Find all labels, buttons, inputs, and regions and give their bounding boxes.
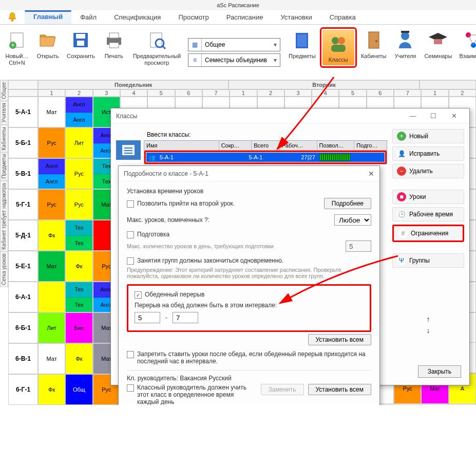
tt-cell[interactable]: ТехТех (65, 220, 92, 251)
combo-semesters[interactable]: ≡ Семестры объединив ▾ (188, 53, 280, 67)
lesson-cell[interactable]: Фк (39, 375, 65, 404)
lesson-cell[interactable]: Рус (39, 190, 65, 219)
replace-button[interactable]: Заменить (261, 384, 304, 395)
allow-second-checkbox[interactable]: Позволить прийти на второй урок. (127, 200, 235, 208)
tt-cell[interactable]: Фк (38, 220, 65, 251)
constraints-button[interactable]: #Ограничения (394, 226, 463, 241)
classes-close-button[interactable]: Закрыть (418, 365, 461, 378)
row-label[interactable]: 6-А-1 (8, 282, 38, 312)
tt-cell[interactable]: ТехТех (65, 282, 92, 312)
prep-input[interactable] (346, 241, 371, 252)
lesson-cell[interactable]: Фк (66, 251, 92, 281)
prep-checkbox[interactable]: Подготовка (127, 231, 371, 238)
class-view-icon[interactable] (116, 140, 141, 160)
ribbon-preview[interactable]: Предварительный просмотр (130, 27, 184, 67)
move-down-icon[interactable]: ↓ (427, 326, 430, 335)
move-up-icon[interactable]: ↑ (427, 315, 430, 323)
lesson-cell[interactable]: Фк (66, 344, 92, 374)
tt-cell[interactable]: Мат (38, 343, 65, 374)
lesson-cell[interactable]: Тех (66, 298, 92, 312)
row-label[interactable]: 5-Б-1 (8, 127, 38, 158)
lesson-cell[interactable]: Фк (39, 220, 65, 250)
lesson-cell[interactable]: Лит (66, 128, 92, 158)
row-label[interactable]: 6-Г-1 (8, 374, 38, 405)
groups-same-checkbox[interactable]: Занятия групп должны закончиться одновре… (127, 257, 371, 265)
vtab-general[interactable]: Общее (0, 80, 8, 101)
combo-scope[interactable]: ▦ Общее ▾ (188, 38, 280, 51)
ribbon-classes[interactable]: Классы (322, 30, 354, 65)
vtab-grid[interactable]: Сетка уроков (0, 251, 8, 287)
lesson-cell[interactable]: Англ (66, 113, 92, 127)
max-marked-select[interactable]: Любое (334, 214, 371, 226)
tt-cell[interactable]: Фк (38, 374, 65, 405)
lesson-cell[interactable]: Рус (39, 128, 65, 158)
lesson-cell[interactable]: Тех (66, 220, 92, 236)
menu-tab-view[interactable]: Просмотр (169, 10, 217, 24)
lesson-cell[interactable]: Рус (66, 190, 92, 219)
ribbon-relations[interactable]: Взаимосвя (456, 27, 476, 61)
lesson-cell[interactable]: Тех (66, 282, 92, 298)
lesson-cell[interactable]: Рус (66, 159, 92, 189)
close-button[interactable]: ✕ (444, 112, 464, 120)
tt-cell[interactable]: Мат (38, 97, 65, 127)
menu-tab-help[interactable]: Справка (321, 10, 365, 24)
lunch-from-input[interactable] (135, 312, 160, 323)
worktime-button[interactable]: 🕒Рабочее время (392, 207, 464, 221)
more-button[interactable]: Подробнее (324, 198, 371, 209)
class-teacher-rule-checkbox[interactable]: Классный руководитель должен учить этот … (127, 384, 257, 405)
lesson-cell[interactable]: Тех (66, 236, 92, 251)
ribbon-rooms[interactable]: Кабинеты (358, 27, 390, 61)
groups-button[interactable]: ΨГруппы (392, 253, 464, 268)
edit-class-button[interactable]: 👤Исправить (392, 146, 464, 161)
vtab-supervision[interactable]: Кабинет требует надсмотра (0, 181, 8, 251)
tt-cell[interactable]: Био (65, 312, 92, 343)
row-label[interactable]: 5-В-1 (8, 158, 38, 189)
lesson-cell[interactable]: Мат (39, 251, 65, 281)
lesson-cell[interactable]: Общ (66, 375, 92, 404)
minimize-button[interactable]: — (403, 112, 423, 120)
tt-cell[interactable]: Рус (38, 127, 65, 158)
ribbon-new[interactable]: + Новый… Ctrl+N (2, 27, 32, 67)
ribbon-save[interactable]: Сохранить (64, 27, 98, 61)
tt-cell[interactable]: Рус (65, 158, 92, 189)
menu-tab-spec[interactable]: Спецификация (105, 10, 169, 24)
menu-tab-main[interactable]: Главный (25, 10, 71, 24)
menu-tab-file[interactable]: Файл (71, 10, 105, 24)
forbid-after-checkbox[interactable]: Запретить ставить уроки после обеда, есл… (127, 350, 371, 365)
row-label[interactable]: 5-Д-1 (8, 220, 38, 251)
delete-class-button[interactable]: −Удалить (392, 164, 464, 178)
lesson-cell[interactable]: Мат (39, 344, 65, 374)
tt-cell[interactable]: Фк (65, 343, 92, 374)
lesson-cell[interactable]: Англ (39, 174, 65, 189)
tt-cell[interactable]: Лит (38, 312, 65, 343)
vtab-rooms[interactable]: Кабинеты (0, 125, 8, 152)
tt-cell[interactable]: АнглАнгл (65, 97, 92, 127)
maximize-button[interactable]: ☐ (423, 112, 444, 120)
menu-tab-timetable[interactable]: Расписание (218, 10, 272, 24)
lesson-cell[interactable]: Лит (39, 313, 65, 343)
lunch-checkbox[interactable]: ✓Обеденный перерыв (135, 291, 364, 299)
menu-tab-settings[interactable]: Установки (272, 10, 320, 24)
lesson-cell[interactable]: Мат (39, 97, 65, 127)
tt-cell[interactable]: Общ (65, 374, 92, 405)
set-all-teacher-button[interactable]: Установить всем (308, 384, 371, 395)
ribbon-print[interactable]: Печать (99, 27, 129, 61)
ribbon-teachers[interactable]: Учителя (390, 27, 420, 61)
row-label[interactable]: 6-В-1 (8, 343, 38, 374)
row-label[interactable]: 5-Е-1 (8, 251, 38, 282)
lunch-to-input[interactable] (173, 312, 198, 323)
tt-cell[interactable]: Мат (38, 251, 65, 282)
ribbon-seminars[interactable]: Семинары (421, 27, 455, 61)
set-all-lunch-button[interactable]: Установить всем (308, 334, 371, 345)
new-class-button[interactable]: +Новый (392, 129, 464, 143)
tt-cell[interactable]: АнглАнгл (38, 158, 65, 189)
vtab-teachers[interactable]: Учителя (0, 101, 8, 125)
row-label[interactable]: 5-Г-1 (8, 189, 38, 220)
tt-cell[interactable]: Лит (65, 127, 92, 158)
lesson-cell[interactable]: Англ (39, 159, 65, 174)
lesson-cell[interactable]: Англ (66, 97, 92, 113)
ribbon-open[interactable]: Открыть (33, 27, 63, 61)
lesson-cell[interactable]: Био (66, 313, 92, 343)
row-label[interactable]: 5-А-1 (8, 97, 38, 127)
detail-close-icon[interactable]: ✕ (368, 170, 374, 178)
